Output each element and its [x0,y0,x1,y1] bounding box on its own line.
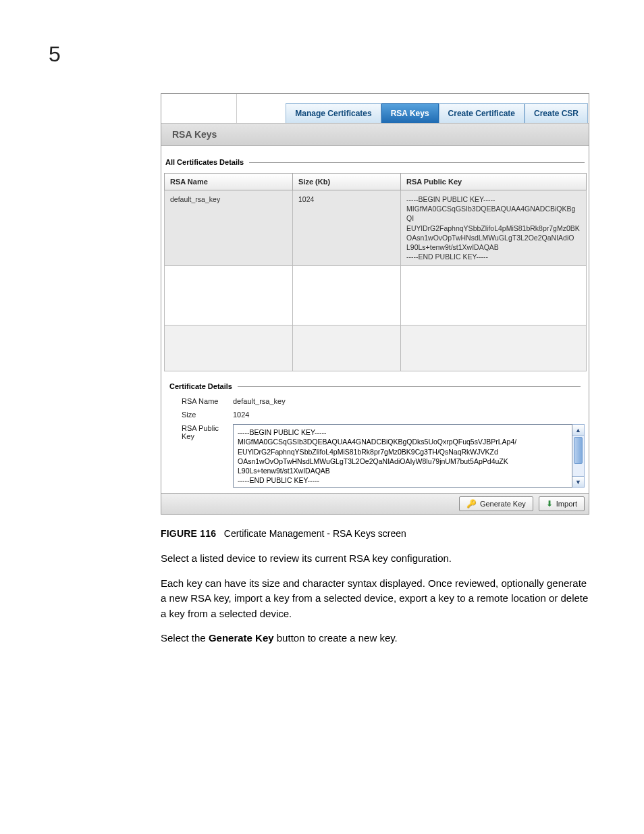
public-key-textarea[interactable]: -----BEGIN PUBLIC KEY----- MIGfMA0GCSqGS… [233,424,572,488]
paragraph: Select a listed device to review its cur… [161,551,589,567]
import-button[interactable]: ⬇ Import [539,496,585,511]
nav-pane [161,94,237,123]
text: Select the [161,632,209,644]
key-icon: 🔑 [466,499,477,509]
detail-value-rsa-name: default_rsa_key [233,397,585,405]
figure-caption: FIGURE 116 Certificate Management - RSA … [161,528,589,539]
tab-rsa-keys[interactable]: RSA Keys [381,103,439,123]
scroll-up-icon[interactable]: ▲ [572,425,584,436]
section-label-text: Certificate Details [169,382,232,390]
col-public-key[interactable]: RSA Public Key [401,174,587,190]
scrollbar[interactable]: ▲ ▼ [572,424,585,488]
button-bar: 🔑 Generate Key ⬇ Import [161,493,589,514]
generate-key-button[interactable]: 🔑 Generate Key [459,496,533,511]
tab-manage-certificates[interactable]: Manage Certificates [286,103,381,123]
text: button to create a new key. [274,632,398,644]
col-size[interactable]: Size (Kb) [293,174,401,190]
tab-create-csr[interactable]: Create CSR [525,103,588,123]
section-certificate-details: Certificate Details [165,378,585,394]
figure-label: FIGURE 116 [161,528,216,539]
tab-bar: Manage Certificates RSA Keys Create Cert… [237,94,588,123]
section-label-text: All Certificates Details [165,158,244,166]
table-row[interactable] [165,325,587,371]
body-text: Select a listed device to review its cur… [161,551,589,646]
button-label: Import [556,500,577,508]
tab-create-certificate[interactable]: Create Certificate [439,103,525,123]
detail-label-public-key: RSA Public Key [165,424,233,440]
paragraph: Select the Generate Key button to create… [161,631,589,646]
app-panel: Manage Certificates RSA Keys Create Cert… [161,93,589,515]
rsa-keys-table[interactable]: RSA Name Size (Kb) RSA Public Key defaul… [164,173,587,371]
bold-text: Generate Key [209,632,274,644]
button-label: Generate Key [480,500,526,508]
paragraph: Each key can have its size and character… [161,576,589,622]
import-icon: ⬇ [546,499,553,509]
section-all-certificates: All Certificates Details [161,154,589,170]
figure-caption-text: Certificate Management - RSA Keys screen [224,528,406,539]
page-number: 5 [49,42,61,67]
cell-public-key: -----BEGIN PUBLIC KEY----- MIGfMA0GCSqGS… [401,190,587,266]
panel-title: RSA Keys [161,123,589,146]
cell-size: 1024 [293,190,401,266]
cell-rsa-name: default_rsa_key [165,190,293,266]
divider [238,386,581,387]
table-row[interactable] [165,266,587,325]
table-row[interactable]: default_rsa_key 1024 -----BEGIN PUBLIC K… [165,190,587,266]
scroll-thumb[interactable] [574,437,583,464]
divider [249,162,585,163]
detail-label-size: Size [165,411,233,419]
col-rsa-name[interactable]: RSA Name [165,174,293,190]
detail-value-size: 1024 [233,411,585,419]
detail-label-rsa-name: RSA Name [165,397,233,405]
scroll-down-icon[interactable]: ▼ [572,476,584,487]
